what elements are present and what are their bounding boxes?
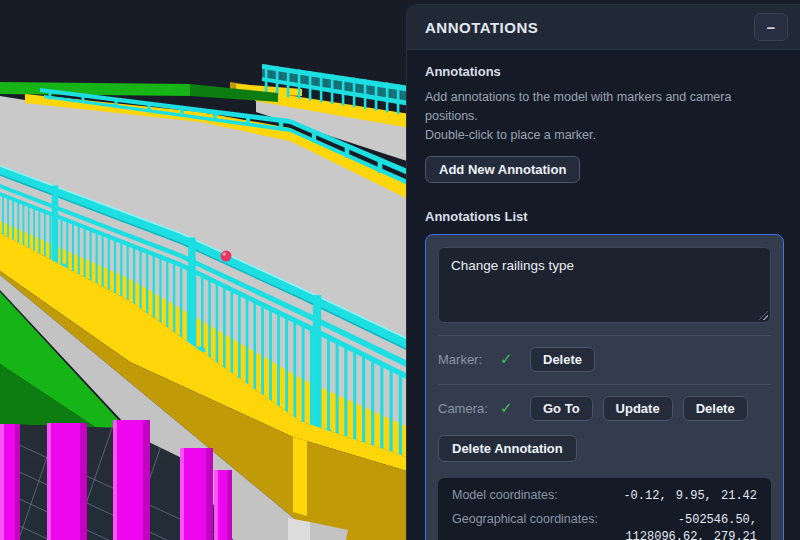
geo-coordinates-value: -502546.50, 1128096.62, 279.21 <box>598 512 757 540</box>
marker-label: Marker: <box>438 352 500 367</box>
pile <box>47 423 87 540</box>
description-line-2: Double-click to place a marker. <box>425 126 784 145</box>
geo-coordinates-label: Geographical coordinates: <box>452 512 598 526</box>
pile <box>214 470 232 540</box>
pile <box>0 424 20 540</box>
model-coordinates-row: Model coordinates: -0.12, 9.95, 21.42 <box>452 488 757 505</box>
description-line-1: Add annotations to the model with marker… <box>425 88 784 126</box>
minimize-button[interactable]: − <box>754 13 788 41</box>
divider <box>438 335 771 336</box>
geo-coordinates-row: Geographical coordinates: -502546.50, 11… <box>452 512 757 540</box>
divider <box>438 384 771 385</box>
pile <box>180 448 213 540</box>
marker-delete-button[interactable]: Delete <box>530 347 595 372</box>
annotation-text-input[interactable]: Change railings type <box>438 247 771 323</box>
camera-row: Camera: ✓ Go To Update Delete <box>438 395 771 421</box>
camera-delete-button[interactable]: Delete <box>683 396 748 421</box>
camera-update-button[interactable]: Update <box>603 396 673 421</box>
panel-description: Add annotations to the model with marker… <box>425 88 784 145</box>
panel-title: ANNOTATIONS <box>425 19 538 36</box>
camera-goto-button[interactable]: Go To <box>530 396 593 421</box>
marker-row: Marker: ✓ Delete <box>438 346 771 372</box>
annotations-list-title: Annotations List <box>425 209 784 224</box>
section-title: Annotations <box>425 64 784 79</box>
app-window: ANNOTATIONS − Annotations Add annotation… <box>0 0 800 540</box>
annotation-card: Change railings type Marker: ✓ Delete Ca… <box>425 234 784 540</box>
model-coordinates-label: Model coordinates: <box>452 488 558 502</box>
panel-body: Annotations Add annotations to the model… <box>407 50 800 540</box>
marker-check-icon: ✓ <box>500 350 530 368</box>
annotation-marker[interactable] <box>221 251 232 262</box>
camera-label: Camera: <box>438 401 500 416</box>
model-coordinates-value: -0.12, 9.95, 21.42 <box>558 488 757 505</box>
camera-check-icon: ✓ <box>500 399 530 417</box>
delete-annotation-button[interactable]: Delete Annotation <box>438 435 577 462</box>
add-new-annotation-button[interactable]: Add New Annotation <box>425 156 580 183</box>
minimize-icon: − <box>767 19 776 36</box>
annotations-panel: ANNOTATIONS − Annotations Add annotation… <box>406 4 800 540</box>
pile <box>113 420 150 540</box>
coordinates-box: Model coordinates: -0.12, 9.95, 21.42 Ge… <box>438 478 771 540</box>
panel-header: ANNOTATIONS − <box>407 5 800 50</box>
